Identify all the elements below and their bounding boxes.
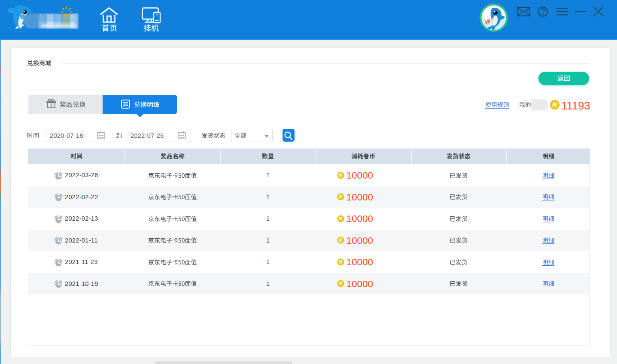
svg-text:R: R bbox=[552, 101, 557, 108]
